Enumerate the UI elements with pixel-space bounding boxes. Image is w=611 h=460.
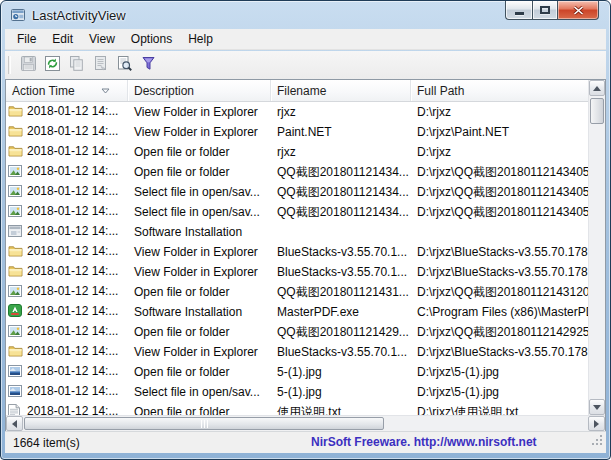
text-file-icon	[8, 404, 23, 415]
full-path-cell-text: C:\Program Files (x86)\MasterPDF	[417, 305, 588, 319]
menu-item-file[interactable]: File	[9, 29, 44, 49]
menu-item-help[interactable]: Help	[180, 29, 221, 49]
table-row[interactable]: 2018-01-12 14:...View Folder in Explorer…	[6, 102, 588, 122]
properties-icon	[92, 55, 109, 76]
filename-cell: BlueStacks-v3.55.70.1...	[271, 245, 411, 259]
action-time-cell: 2018-01-12 14:...	[6, 124, 128, 140]
table-row[interactable]: 2018-01-12 14:...Open file or folderrjxz…	[6, 142, 588, 162]
maximize-button[interactable]	[532, 1, 558, 20]
filename-cell-text: 5-(1).jpg	[277, 365, 322, 379]
menu-item-edit[interactable]: Edit	[44, 29, 81, 49]
table-row[interactable]: 2018-01-12 14:...Open file or folderQQ截图…	[6, 322, 588, 342]
action-time-cell: 2018-01-12 14:...	[6, 324, 128, 340]
description-cell-text: View Folder in Explorer	[134, 245, 258, 259]
scroll-up-button[interactable]	[589, 80, 605, 96]
table-row[interactable]: 2018-01-12 14:...View Folder in Explorer…	[6, 242, 588, 262]
titlebar[interactable]: LastActivityView	[1, 1, 610, 29]
column-header-full-path[interactable]: Full Path	[411, 80, 588, 102]
table-row[interactable]: 2018-01-12 14:...Open file or folder5-(1…	[6, 362, 588, 382]
full-path-cell-text: D:\rjxz\5-(1).jpg	[417, 385, 499, 399]
find-button[interactable]	[112, 53, 136, 77]
description-cell-text: Select file in open/sav...	[134, 185, 260, 199]
action-time-cell-text: 2018-01-12 14:...	[27, 264, 118, 278]
full-path-cell-text: D:\rjxz	[417, 105, 451, 119]
description-cell-text: View Folder in Explorer	[134, 125, 258, 139]
table-row[interactable]: 2018-01-12 14:...View Folder in Explorer…	[6, 262, 588, 282]
action-time-cell-text: 2018-01-12 14:...	[27, 204, 118, 218]
copy-button[interactable]	[64, 53, 88, 77]
column-header-action-time[interactable]: Action Time	[6, 80, 128, 102]
table-row[interactable]: 2018-01-12 14:...View Folder in Explorer…	[6, 342, 588, 362]
action-time-cell: 2018-01-12 14:...	[6, 304, 128, 320]
action-time-cell-text: 2018-01-12 14:...	[27, 164, 118, 178]
statusbar: 1664 item(s) NirSoft Freeware. http://ww…	[5, 431, 606, 453]
description-cell-text: Software Installation	[134, 225, 242, 239]
table-row[interactable]: 2018-01-12 14:...Select file in open/sav…	[6, 182, 588, 202]
vertical-scrollbar[interactable]	[588, 80, 605, 415]
full-path-cell: D:\rjxz\QQ截图20180112143405	[411, 204, 588, 221]
full-path-cell: D:\rjxz	[411, 105, 588, 119]
close-button[interactable]	[558, 1, 599, 20]
description-cell: Open file or folder	[128, 145, 271, 159]
minimize-button[interactable]	[505, 1, 532, 20]
table-row[interactable]: 2018-01-12 14:...Select file in open/sav…	[6, 202, 588, 222]
description-cell: Select file in open/sav...	[128, 185, 271, 199]
scroll-right-button[interactable]	[588, 416, 605, 431]
table-row[interactable]: 2018-01-12 14:...Select file in open/sav…	[6, 382, 588, 402]
vertical-scroll-thumb[interactable]	[590, 98, 604, 124]
properties-button[interactable]	[88, 53, 112, 77]
table-row[interactable]: 2018-01-12 14:...Open file or folder使用说明…	[6, 402, 588, 415]
table-row[interactable]: 2018-01-12 14:...Open file or folderQQ截图…	[6, 162, 588, 182]
action-time-cell-text: 2018-01-12 14:...	[27, 364, 118, 378]
nirsoft-website-link[interactable]: NirSoft Freeware. http://www.nirsoft.net	[311, 435, 537, 449]
scroll-left-button[interactable]	[6, 416, 23, 431]
table-row[interactable]: 2018-01-12 14:...Open file or folderQQ截图…	[6, 282, 588, 302]
filename-cell: MasterPDF.exe	[271, 305, 411, 319]
save-button[interactable]	[16, 53, 40, 77]
filename-cell-text: BlueStacks-v3.55.70.1...	[277, 345, 407, 359]
photo-icon	[8, 365, 23, 380]
column-header-label: Filename	[277, 84, 326, 98]
filename-cell-text: rjxz	[277, 145, 296, 159]
filename-cell: QQ截图201801121434...	[271, 164, 411, 181]
action-time-cell-text: 2018-01-12 14:...	[27, 184, 118, 198]
menu-item-options[interactable]: Options	[123, 29, 180, 49]
lastactivityview-window: LastActivityView FileEditViewOptionsHelp…	[0, 0, 611, 460]
description-cell: Open file or folder	[128, 325, 271, 339]
column-header-description[interactable]: Description	[128, 80, 271, 102]
filename-cell-text: BlueStacks-v3.55.70.1...	[277, 245, 407, 259]
description-cell-text: View Folder in Explorer	[134, 345, 258, 359]
description-cell: Open file or folder	[128, 365, 271, 379]
description-cell: Software Installation	[128, 225, 271, 239]
horizontal-scroll-thumb[interactable]	[24, 417, 384, 430]
horizontal-scrollbar[interactable]	[6, 415, 605, 431]
full-path-cell-text: D:\rjxz\使用说明.txt	[417, 405, 518, 416]
description-cell-text: Open file or folder	[134, 285, 229, 299]
action-time-cell: 2018-01-12 14:...	[6, 404, 128, 415]
activity-list: Action TimeDescriptionFilenameFull Path …	[5, 79, 606, 431]
close-icon	[573, 1, 584, 19]
description-cell: View Folder in Explorer	[128, 265, 271, 279]
image-icon	[8, 205, 23, 220]
app-window-icon	[8, 225, 23, 240]
filename-cell: rjxz	[271, 145, 411, 159]
action-time-cell: 2018-01-12 14:...	[6, 184, 128, 200]
resize-grip[interactable]	[591, 433, 604, 451]
action-time-cell-text: 2018-01-12 14:...	[27, 144, 118, 158]
description-cell: View Folder in Explorer	[128, 245, 271, 259]
menu-item-view[interactable]: View	[81, 29, 123, 49]
lastactivityview-app-icon	[10, 7, 26, 23]
table-row[interactable]: 2018-01-12 14:...Software InstallationMa…	[6, 302, 588, 322]
filename-cell: QQ截图201801121434...	[271, 184, 411, 201]
advanced-options-button[interactable]	[136, 53, 160, 77]
action-time-cell-text: 2018-01-12 14:...	[27, 324, 118, 338]
table-row[interactable]: 2018-01-12 14:...Software Installation	[6, 222, 588, 242]
column-header-label: Description	[134, 84, 194, 98]
filename-cell-text: 使用说明.txt	[277, 405, 341, 416]
scroll-down-button[interactable]	[589, 399, 605, 415]
column-header-filename[interactable]: Filename	[271, 80, 411, 102]
table-row[interactable]: 2018-01-12 14:...View Folder in Explorer…	[6, 122, 588, 142]
refresh-button[interactable]	[40, 53, 64, 77]
full-path-cell: D:\rjxz\5-(1).jpg	[411, 365, 588, 379]
full-path-cell: D:\rjxz\使用说明.txt	[411, 404, 588, 416]
